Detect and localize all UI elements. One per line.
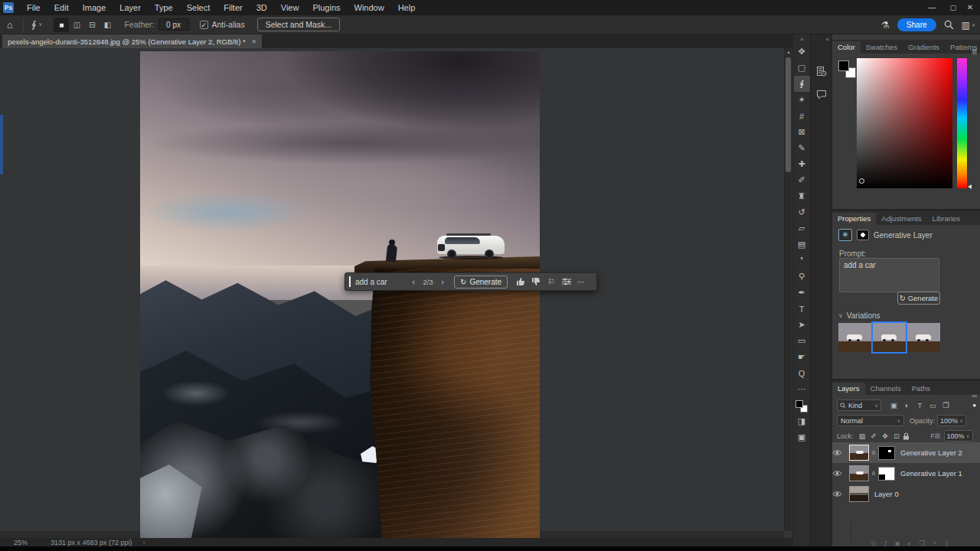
filter-pixel-layers-icon[interactable]: ▣ (887, 401, 900, 409)
status-options-arrow[interactable]: › (143, 539, 145, 546)
share-button[interactable]: Share (897, 18, 936, 31)
filter-type-layers-icon[interactable]: T (913, 401, 926, 409)
kind-filter-dropdown[interactable]: Kind ∨ (837, 399, 881, 411)
menu-help[interactable]: Help (391, 0, 423, 15)
pen-tool[interactable]: ✒ (794, 285, 810, 301)
variation-thumbnail-3[interactable] (907, 323, 940, 352)
menu-filter[interactable]: Filter (217, 0, 249, 15)
rectangle-tool[interactable]: ▭ (794, 333, 810, 349)
tab-close-icon[interactable]: × (252, 37, 256, 46)
report-flag-button[interactable]: ⚐ (544, 277, 559, 287)
color-picker-field[interactable] (857, 58, 952, 188)
document-canvas-image[interactable] (140, 51, 540, 540)
zoom-tool[interactable]: Q (794, 365, 810, 381)
taskbar-prompt-input[interactable]: add a car (355, 278, 407, 286)
tab-layers[interactable]: Layers (832, 383, 865, 395)
layer-name[interactable]: Generative Layer 2 (900, 448, 962, 457)
panel-menu-icon[interactable]: ≣ (972, 47, 978, 56)
foreground-color-swatch[interactable] (838, 60, 849, 71)
clone-stamp-tool[interactable]: ♜ (794, 188, 810, 204)
close-button[interactable]: ✕ (959, 0, 980, 15)
blur-tool[interactable]: ❜ (794, 253, 810, 269)
layer-name[interactable]: Layer 0 (874, 490, 899, 498)
generate-button[interactable]: ↻ Generate (897, 292, 940, 305)
layer-thumbnail[interactable] (849, 486, 869, 502)
document-tab[interactable]: pexels-angelo-duranti-3512848.jpg @ 25% … (2, 34, 262, 48)
eraser-tool[interactable]: ▱ (794, 220, 810, 236)
tab-gradients[interactable]: Gradients (903, 41, 945, 54)
lock-paint-icon[interactable]: ✐ (868, 432, 880, 440)
blend-mode-dropdown[interactable]: Normal ∨ (837, 415, 904, 426)
thumbs-up-button[interactable] (513, 277, 528, 286)
minimize-button[interactable]: — (920, 0, 943, 15)
subtract-from-selection-button[interactable]: ⊟ (84, 18, 100, 32)
more-options-button[interactable]: ⋯ (574, 278, 588, 286)
variations-header[interactable]: ∨ Variations (838, 311, 880, 320)
workspace-switcher[interactable]: ▥ ∨ (962, 20, 975, 31)
layer-row-layer-0[interactable]: Layer 0 (832, 484, 980, 504)
variation-thumbnail-2-selected[interactable] (873, 323, 906, 352)
screen-mode-button[interactable]: ▣ (794, 429, 810, 445)
eyedropper-tool[interactable]: ✎ (794, 140, 810, 156)
path-selection-tool[interactable]: ➤ (794, 317, 810, 333)
variation-thumbnail-1[interactable] (838, 323, 871, 352)
prompt-textarea[interactable]: add a car (839, 258, 939, 292)
current-tool-dropdown[interactable]: ∮ ∨ (27, 18, 47, 31)
tab-color[interactable]: Color (832, 41, 861, 54)
rectangular-marquee-tool[interactable]: ▢ (794, 60, 810, 76)
next-variation-button[interactable]: › (436, 277, 449, 286)
layer-thumbnail[interactable] (849, 445, 869, 461)
menu-image[interactable]: Image (76, 0, 113, 15)
visibility-eye-icon[interactable] (832, 491, 849, 497)
move-tool[interactable]: ✥ (794, 44, 810, 60)
scroll-up-arrow[interactable]: ▲ (785, 48, 792, 56)
previous-variation-button[interactable]: ‹ (407, 277, 420, 286)
thumbs-down-button[interactable] (528, 277, 544, 286)
layer-mask-thumbnail[interactable] (878, 446, 895, 460)
lasso-tool[interactable]: ∮ (794, 76, 810, 92)
gradient-tool[interactable]: ▤ (794, 236, 810, 253)
tab-libraries[interactable]: Libraries (927, 213, 965, 225)
layer-row-generative-layer-2[interactable]: 8 Generative Layer 2 (832, 442, 980, 463)
lock-position-icon[interactable]: ✥ (880, 432, 891, 440)
brush-tool[interactable]: ✐ (794, 172, 810, 188)
properties-sliders-button[interactable] (559, 278, 574, 285)
search-icon[interactable] (944, 20, 954, 30)
tab-properties[interactable]: Properties (832, 213, 876, 225)
expand-panels-icon[interactable]: « (826, 36, 829, 43)
menu-type[interactable]: Type (148, 0, 180, 15)
layer-mask-thumbnail[interactable] (878, 467, 895, 481)
dodge-tool[interactable]: ⚲ (794, 269, 810, 285)
add-to-selection-button[interactable]: ◫ (69, 18, 84, 32)
collapse-toolbar-icon[interactable]: « (800, 34, 803, 44)
spot-healing-brush-tool[interactable]: ✚ (794, 156, 810, 172)
crop-tool[interactable]: # (794, 108, 810, 124)
opacity-dropdown[interactable]: 100% ∨ (937, 415, 966, 426)
foreground-background-colors[interactable] (838, 60, 858, 80)
vertical-scroll-thumb[interactable] (786, 57, 791, 172)
history-brush-tool[interactable]: ↺ (794, 204, 810, 220)
edit-toolbar-button[interactable]: ⋯ (794, 381, 810, 397)
tab-adjustments[interactable]: Adjustments (876, 213, 926, 225)
menu-view[interactable]: View (274, 0, 306, 15)
menu-select[interactable]: Select (180, 0, 217, 15)
lock-transparency-icon[interactable]: ▨ (857, 432, 868, 440)
menu-window[interactable]: Window (348, 0, 391, 15)
tab-paths[interactable]: Paths (906, 383, 936, 395)
color-picker-marker[interactable] (859, 178, 864, 184)
intersect-selection-button[interactable]: ◧ (100, 18, 115, 32)
layer-name[interactable]: Generative Layer 1 (900, 469, 962, 478)
hand-tool[interactable]: ☛ (794, 349, 810, 365)
history-panel-icon[interactable] (814, 64, 829, 79)
zoom-level-field[interactable]: 25% (14, 539, 40, 546)
select-and-mask-button[interactable]: Select and Mask... (257, 18, 340, 31)
filter-shape-layers-icon[interactable]: ▭ (926, 401, 939, 409)
new-selection-button[interactable]: ■ (54, 18, 69, 32)
menu-edit[interactable]: Edit (47, 0, 76, 15)
home-icon[interactable]: ⌂ (0, 19, 20, 31)
magic-wand-tool[interactable]: ✶ (794, 92, 810, 108)
comments-panel-icon[interactable] (814, 86, 829, 102)
layer-row-generative-layer-1[interactable]: 8 Generative Layer 1 (832, 463, 980, 484)
hue-slider[interactable] (957, 58, 967, 188)
filter-toggle-icon[interactable]: ● (972, 402, 976, 409)
